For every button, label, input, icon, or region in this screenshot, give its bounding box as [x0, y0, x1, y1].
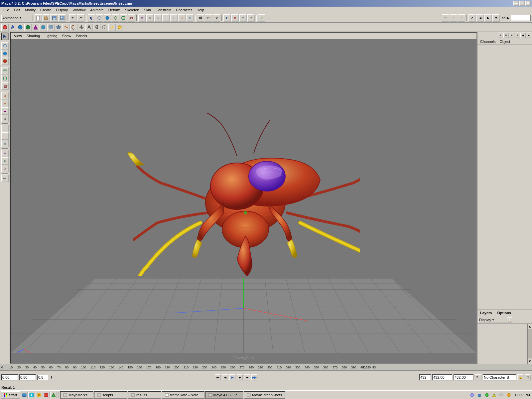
range-start-input[interactable]	[37, 375, 49, 380]
shelf-btn-3[interactable]	[17, 24, 24, 31]
tray-icon-5[interactable]	[498, 392, 504, 398]
rotate-tool[interactable]	[1, 75, 9, 82]
options-tab[interactable]: Options	[496, 311, 512, 315]
param-tool[interactable]: ◈	[1, 140, 9, 147]
vp-menu-lighting[interactable]: Lighting	[43, 34, 60, 38]
crease-tool[interactable]: ⊹	[1, 132, 9, 140]
scroll-down-btn[interactable]: ▼	[528, 359, 532, 364]
stop-button[interactable]: ■	[231, 14, 239, 22]
lasso-tool-button[interactable]	[96, 14, 103, 22]
snap-surface-button[interactable]: ◈	[186, 14, 194, 22]
orient-icon-4[interactable]: ▼	[492, 14, 500, 22]
sphere-tool[interactable]	[1, 58, 9, 65]
quicklaunch-2[interactable]	[28, 392, 35, 398]
open-scene-button[interactable]	[43, 14, 50, 22]
show-manip-button[interactable]: ⊕	[146, 14, 154, 22]
shelf-btn-5[interactable]	[32, 24, 39, 31]
menu-character[interactable]: Character	[174, 8, 194, 12]
quicklaunch-4[interactable]	[43, 392, 50, 398]
menu-create[interactable]: Create	[38, 8, 53, 12]
orient-icon-2[interactable]: ◀	[476, 14, 484, 22]
tray-icon-6[interactable]: !	[506, 392, 512, 398]
step-back-button[interactable]: ◀	[222, 374, 228, 380]
taskbar-window-maya[interactable]: Maya 4.0.2: C:...	[205, 391, 243, 399]
select-tool-button[interactable]	[88, 14, 95, 22]
quicklaunch-1[interactable]	[21, 392, 28, 398]
animation-mode-dropdown[interactable]: Animation ▼	[1, 15, 31, 21]
shelf-btn-16[interactable]	[116, 24, 123, 31]
layout-icon-1[interactable]: ≡≡	[442, 14, 449, 22]
sel-input[interactable]	[511, 15, 531, 21]
object-tab[interactable]: Object	[498, 39, 511, 44]
move-tool[interactable]	[1, 67, 9, 74]
go-to-start-button[interactable]: ⏮	[215, 374, 221, 380]
shelf-btn-9[interactable]	[63, 24, 70, 31]
fps-dropdown[interactable]: ▼	[475, 374, 481, 380]
minimize-button[interactable]: —	[513, 1, 519, 6]
paint-select-tool[interactable]	[1, 50, 9, 57]
layers-scrollbar[interactable]: ▲ ▼	[527, 324, 532, 364]
layout-btn-1[interactable]: ≡	[498, 33, 503, 38]
menu-help[interactable]: Help	[195, 8, 206, 12]
character-select-input[interactable]	[483, 374, 516, 380]
taskbar-window-framerate[interactable]: frameRate - Note...	[162, 391, 204, 399]
snap-curve-button[interactable]: ⌇	[162, 14, 170, 22]
layout-btn-2[interactable]: ≡	[503, 33, 509, 38]
scroll-up-btn[interactable]: ▲	[528, 324, 532, 329]
quicklaunch-3[interactable]: M	[36, 392, 42, 398]
paint-button[interactable]	[104, 14, 111, 22]
playback-button[interactable]: ▶	[223, 14, 231, 22]
display-dropdown[interactable]: Display ▼	[478, 317, 506, 323]
shelf-btn-15[interactable]: ⚡	[108, 24, 116, 31]
frame-432-input-1[interactable]	[419, 374, 431, 380]
close-button[interactable]: ✕	[525, 1, 531, 6]
shelf-btn-4[interactable]	[24, 24, 32, 31]
scale-tool[interactable]	[1, 82, 9, 90]
shelf-btn-13[interactable]	[93, 24, 100, 31]
tray-icon-1[interactable]	[469, 392, 475, 398]
layers-tab[interactable]: Layers	[479, 311, 493, 315]
orient-btn-1[interactable]: ↗	[515, 33, 520, 38]
start-frame-input[interactable]	[1, 374, 18, 380]
timeline-ruler[interactable]: 0 10 20 30 40 50 60 70 80 90 100 110 120…	[0, 364, 532, 371]
render-button[interactable]: 🎬	[197, 14, 204, 22]
layout-icon-2[interactable]: ≡	[450, 14, 457, 22]
shelf-btn-7[interactable]	[47, 24, 55, 31]
orient-btn-3[interactable]: ▶	[526, 33, 531, 38]
vp-menu-shading[interactable]: Shading	[25, 34, 42, 38]
misc-tool-4[interactable]: —	[1, 175, 9, 182]
undo-button[interactable]	[69, 14, 76, 22]
orient-icon-1[interactable]: ↗	[468, 14, 476, 22]
vp-menu-panels[interactable]: Panels	[74, 34, 89, 38]
shelf-btn-1[interactable]	[1, 24, 9, 31]
rotate-tool-button[interactable]	[120, 14, 127, 22]
shelf-btn-8[interactable]	[55, 24, 62, 31]
menu-animate[interactable]: Animate	[88, 8, 105, 12]
shelf-btn-14[interactable]	[101, 24, 108, 31]
current-frame-input[interactable]	[19, 374, 36, 380]
taskbar-window-mayamarks[interactable]: MayaMarks	[60, 391, 93, 399]
taskbar-window-results[interactable]: results	[128, 391, 161, 399]
misc-tool-3[interactable]: ⊙	[1, 165, 9, 172]
menu-constrain[interactable]: Constrain	[154, 8, 173, 12]
lock-character-button[interactable]: 🔒	[517, 374, 523, 380]
frame-end-input-2[interactable]	[454, 374, 473, 380]
manip-tool[interactable]: ⊕	[1, 100, 9, 107]
save-scene-button[interactable]	[51, 14, 58, 22]
quicklaunch-5[interactable]	[50, 392, 57, 398]
redo-button[interactable]	[77, 14, 84, 22]
menu-edit[interactable]: Edit	[12, 8, 22, 12]
maximize-button[interactable]: □	[519, 1, 525, 6]
vp-menu-show[interactable]: Show	[60, 34, 73, 38]
layers-options-btn[interactable]: 📋	[507, 317, 512, 323]
menu-file[interactable]: File	[1, 8, 11, 12]
viewport[interactable]: X Y Z Follow_Cam	[11, 39, 476, 363]
scale-tool-button[interactable]	[128, 14, 135, 22]
taskbar-window-screenshots[interactable]: MayaScreenShots	[244, 391, 285, 399]
ipr-button[interactable]: IPR	[205, 14, 212, 22]
menu-window[interactable]: Window	[70, 8, 87, 12]
step-forward-button[interactable]: ▶	[237, 374, 243, 380]
menu-skeleton[interactable]: Skeleton	[123, 8, 141, 12]
snap-grid-button[interactable]: ⊞	[154, 14, 162, 22]
start-button[interactable]: Start	[1, 391, 20, 399]
